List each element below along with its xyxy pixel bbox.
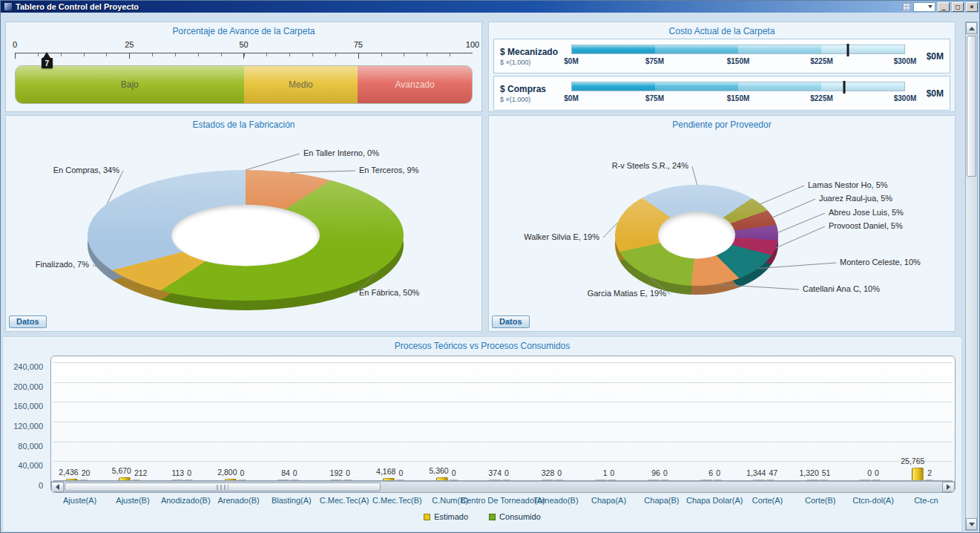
value-label-estimado: 1,320 <box>799 468 818 477</box>
window-title: Tablero de Control del Proyecto <box>16 2 902 11</box>
titlebar[interactable]: Tablero de Control del Proyecto _ □ × <box>1 1 979 13</box>
hscrollbar-track[interactable] <box>64 482 942 492</box>
bar-estimado <box>542 480 553 480</box>
gauge-segment <box>655 45 738 53</box>
bar-estimado <box>700 480 712 480</box>
value-label-consumido: 51 <box>822 468 831 477</box>
datos-button[interactable]: Datos <box>9 315 47 328</box>
scale-label: $0M <box>564 57 578 65</box>
bar-estimado <box>119 477 131 480</box>
scale-label: $75M <box>645 94 664 102</box>
bar-consumido <box>450 480 458 480</box>
value-label-consumido: 0 <box>611 468 615 477</box>
slice-label: Provoost Daniel, 5% <box>829 221 903 230</box>
hscrollbar-thumb[interactable] <box>65 483 381 491</box>
bar-estimado <box>648 480 660 480</box>
datos-button[interactable]: Datos <box>492 315 530 328</box>
bar-estimado <box>859 480 871 480</box>
value-label-estimado: 5,360 <box>429 466 448 475</box>
cost-gauge-bar <box>571 45 905 54</box>
slice-label: Juarez Raul-jua, 5% <box>819 194 892 203</box>
bar-consumido <box>185 480 193 480</box>
bar-group: 1130 <box>160 362 212 480</box>
grid-icon[interactable] <box>902 2 911 11</box>
x-axis-label: Ctcn-dol(A) <box>852 496 894 505</box>
gauge-range-bajo: Bajo <box>16 66 244 103</box>
scale-label: $225M <box>810 94 833 102</box>
arrow-up-icon <box>969 27 975 30</box>
close-button[interactable]: × <box>966 2 978 12</box>
cost-gauge-body: $0M$75M$150M$225M$300M <box>571 79 905 108</box>
bar-consumido <box>502 480 510 480</box>
gauge-tick-label: 100 <box>466 40 479 49</box>
bar-consumido <box>555 480 563 480</box>
scroll-down-button[interactable] <box>966 518 977 530</box>
x-axis-label: Ajuste(A) <box>63 496 96 505</box>
vscrollbar-thumb[interactable] <box>967 36 976 177</box>
arrow-left-icon <box>56 484 59 490</box>
bar-consumido <box>343 480 352 480</box>
scroll-right-button[interactable] <box>942 482 955 492</box>
value-label-consumido: 0 <box>557 468 562 477</box>
x-axis-label: Blasting(A) <box>272 496 312 505</box>
value-label-estimado: 192 <box>330 468 343 477</box>
bar-group: 5,670212 <box>106 362 159 480</box>
panel-procesos-title: Procesos Teóricos vs Procesos Consumidos <box>3 341 961 351</box>
gauge-segment <box>738 45 821 53</box>
value-label-consumido: 0 <box>240 468 245 477</box>
slice-label: En Terceros, 9% <box>359 166 419 174</box>
value-label-estimado: 1 <box>603 468 608 477</box>
slice-label: En Compras, 34% <box>7 166 119 174</box>
toolbar-dropdown[interactable] <box>913 2 935 12</box>
panel-costo: Costo Actual de la Carpeta $ Mecanizado … <box>488 22 956 112</box>
gauge-range-medio: Medio <box>244 66 358 103</box>
cost-gauge-unit: $ ×(1.000) <box>500 96 571 103</box>
bar-group: 60 <box>688 362 741 480</box>
legend-swatch <box>489 514 496 520</box>
panel-avance-title: Porcentaje de Avance de la Carpeta <box>6 26 481 36</box>
bar-estimado <box>66 479 78 480</box>
x-axis-label: Chapa(B) <box>644 496 679 505</box>
gauge-tick-label: 25 <box>125 40 134 49</box>
bar-group: 960 <box>635 362 688 480</box>
panel-fabricacion: Estados de la Fabricación En Taller Inte… <box>5 115 482 332</box>
y-axis-label: 0 <box>39 481 43 490</box>
donut-hole <box>171 205 320 266</box>
value-label-estimado: 84 <box>281 468 290 477</box>
value-label-consumido: 0 <box>293 468 297 477</box>
legend-label: Consumido <box>499 512 541 521</box>
value-label-consumido: 20 <box>82 468 91 477</box>
y-axis-label: 200,000 <box>13 382 43 391</box>
gauge-ruler: 0255075100 <box>15 40 473 59</box>
bar-consumido <box>132 480 140 480</box>
gauge-tick-label: 75 <box>354 40 363 49</box>
x-axis-label: Ajuste(B) <box>116 496 149 505</box>
bar-group: 1,34447 <box>741 362 794 480</box>
bar-estimado <box>595 480 607 480</box>
bar-estimado <box>806 480 818 480</box>
scroll-up-button[interactable] <box>966 22 977 34</box>
cost-gauge-unit: $ ×(1.000) <box>500 59 571 66</box>
proveedor-donut-chart: R-v Steels S.R., 24%Lamas Nestor Ho, 5%J… <box>490 117 954 330</box>
cost-gauge-bar <box>571 82 905 91</box>
x-axis-label: Arenado(B) <box>217 496 259 505</box>
arrow-down-icon <box>969 523 975 526</box>
cost-gauge-scale: $0M$75M$150M$225M$300M <box>571 94 905 104</box>
horizontal-scrollbar[interactable] <box>51 481 955 492</box>
bar-group: 2,8000 <box>212 362 265 480</box>
maximize-button[interactable]: □ <box>952 2 964 12</box>
bar-consumido <box>661 480 669 480</box>
scroll-left-button[interactable] <box>51 482 64 492</box>
gauge-segment <box>572 82 655 91</box>
cost-gauge-name: $ Mecanizado <box>500 47 571 57</box>
gauge-tick-label: 0 <box>13 40 17 49</box>
slice-label: Walker Silvia E, 19% <box>490 232 599 241</box>
vertical-scrollbar[interactable] <box>965 22 978 531</box>
x-axis-label: Torneado(B) <box>533 496 579 505</box>
value-label-estimado: 2,436 <box>59 468 78 477</box>
value-label-consumido: 0 <box>398 468 403 477</box>
minimize-button[interactable]: _ <box>938 2 950 12</box>
scale-label: $150M <box>727 57 750 65</box>
y-axis-label: 240,000 <box>13 362 43 371</box>
gauge-segment <box>572 45 655 53</box>
